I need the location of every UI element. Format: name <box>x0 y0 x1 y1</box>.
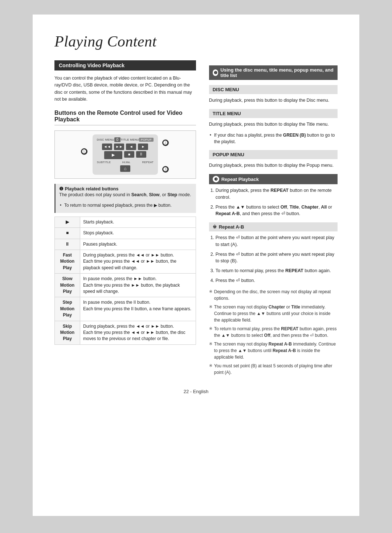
repeat-label: REPEAT <box>142 161 153 164</box>
section3-header: ❸ Repeat Playback <box>209 174 338 184</box>
repeat-ab-step-3: To return to normal play, press the REPE… <box>216 267 338 274</box>
title-menu-bullet: If your disc has a playlist, press the G… <box>209 132 338 145</box>
section3-title: Repeat Playback <box>221 177 259 182</box>
title-menu-header: TITLE MENU <box>209 109 338 118</box>
page-footer: 22 - English <box>54 389 338 394</box>
table-val-skip: During playback, press the ◄◄ or ►► butt… <box>80 321 196 344</box>
table-val-pause: Pauses playback. <box>80 239 196 250</box>
notes-section: Depending on the disc, the screen may no… <box>209 288 338 376</box>
remote-image: DISC MENU 0 TITLE MENU POPUP ◄◄ ►► ◄ ► <box>93 134 158 175</box>
table-key-step: StepMotionPlay <box>55 297 80 321</box>
table-val-fast: During playback, press the ◄◄ or ►► butt… <box>80 250 196 274</box>
playback-info-box: ❶ Playback related buttons The product d… <box>54 184 196 213</box>
playback-info-title: ❶ Playback related buttons <box>59 186 192 191</box>
table-row: II Pauses playback. <box>55 239 196 250</box>
table-key-pause: II <box>55 239 80 250</box>
zero-btn: 0 <box>114 137 121 142</box>
rew-btn[interactable]: ◄◄ <box>102 144 112 150</box>
playback-table: ▶ Starts playback. ■ Stops playback. II … <box>54 217 196 345</box>
table-val-stop: Stops playback. <box>80 228 196 239</box>
home-btn[interactable]: ⌂ <box>120 165 130 172</box>
table-row-slow: SlowMotionPlay In pause mode, press the … <box>55 274 196 297</box>
table-key-fast: FastMotionPlay <box>55 250 80 274</box>
callout-3: ❸ <box>162 166 169 173</box>
play-stop-row: ▶ ■ II <box>97 151 154 159</box>
repeat-ab-header: ※ Repeat A-B <box>209 222 338 231</box>
popup-menu-text: During playback, press this button to di… <box>209 162 338 169</box>
table-row-step: StepMotionPlay In pause mode, press the … <box>55 297 196 321</box>
note-1: Depending on the disc, the screen may no… <box>209 288 338 302</box>
table-key-stop: ■ <box>55 228 80 239</box>
repeat-steps-list: During playback, press the REPEAT button… <box>209 187 338 217</box>
next-btn[interactable]: ► <box>138 144 148 150</box>
note-2: The screen may not display Chapter or Ti… <box>209 304 338 323</box>
repeat-step-1: During playback, press the REPEAT button… <box>216 187 338 201</box>
note-3: To return to normal play, press the REPE… <box>209 326 338 339</box>
callout-1: ❶ <box>81 148 87 155</box>
fwd-btn[interactable]: ►► <box>114 144 124 150</box>
page-title: Playing Content <box>54 33 338 50</box>
table-val-step: In pause mode, press the II button.Each … <box>80 297 196 321</box>
pause-btn[interactable]: II <box>136 151 146 158</box>
callout-2: ❷ <box>162 140 169 146</box>
popup-menu-header: POPUP MENU <box>209 150 338 159</box>
buttons-title: Buttons on the Remote Control used for V… <box>54 110 196 125</box>
table-val-slow: In pause mode, press the ►► button.Each … <box>80 274 196 297</box>
playback-bullet: To return to normal speed playback, pres… <box>59 202 192 209</box>
table-key-skip: SkipMotionPlay <box>55 321 80 344</box>
home-btn-row: ⌂ <box>97 165 154 172</box>
note-4: The screen may not display Repeat A-B im… <box>209 341 338 360</box>
table-row: ▶ Starts playback. <box>55 217 196 227</box>
section2-num: ❷ <box>213 69 219 76</box>
table-row-fast: FastMotionPlay During playback, press th… <box>55 250 196 274</box>
repeat-ab-step-1: Press the ⏎ button at the point where yo… <box>216 234 338 248</box>
section2-header: ❷ Using the disc menu, title menu, popup… <box>209 65 338 80</box>
table-row-skip: SkipMotionPlay During playback, press th… <box>55 321 196 344</box>
title-menu-text: During playback, press this button to di… <box>209 121 338 128</box>
repeat-ab-step-2: Press the ⏎ button at the point where yo… <box>216 251 338 265</box>
page-container: Playing Content Controlling Video Playba… <box>33 15 359 516</box>
playback-info-text: The product does not play sound in Searc… <box>59 191 192 198</box>
right-column: ❷ Using the disc menu, title menu, popup… <box>209 60 338 378</box>
popup-label: POPUP <box>139 138 154 142</box>
subtitle-label: SUBTITLE <box>97 161 111 164</box>
prev-btn[interactable]: ◄ <box>126 144 136 150</box>
repeat-ab-title: Repeat A-B <box>219 224 244 230</box>
table-key-slow: SlowMotionPlay <box>55 274 80 297</box>
table-val-play: Starts playback. <box>80 217 196 227</box>
remote-diagram: ❶ ❷ ❸ DISC MENU 0 TITLE MENU POPUP <box>54 130 196 179</box>
repeat-ab-steps-list: Press the ⏎ button at the point where yo… <box>209 234 338 284</box>
disc-menu-text: During playback, press this button to di… <box>209 97 338 104</box>
repeat-ab-step-4: Press the ⏎ button. <box>216 277 338 284</box>
stop-btn[interactable]: ■ <box>124 151 134 158</box>
section3-num: ❸ <box>213 176 219 182</box>
disc-menu-label: DISC MENU <box>97 138 114 141</box>
note-5: You must set point (B) at least 5 second… <box>209 363 338 376</box>
left-column: Controlling Video Playback You can contr… <box>54 60 196 378</box>
table-key-play: ▶ <box>55 217 80 227</box>
table-row: ■ Stops playback. <box>55 228 196 239</box>
repeat-step-2: Press the ▲▼ buttons to select Off, Titl… <box>216 204 338 218</box>
title-menu-label: TITLE MENU <box>121 138 139 141</box>
nav-btn-row: ◄◄ ►► ◄ ► <box>97 144 154 150</box>
repeat-ab-icon: ※ <box>213 224 217 230</box>
intro-text: You can control the playback of video co… <box>54 75 196 103</box>
himi-label: Hi.Me. <box>122 161 131 164</box>
section-header-controlling: Controlling Video Playback <box>54 60 196 70</box>
subtitle-row: SUBTITLE Hi.Me. REPEAT <box>97 161 154 164</box>
play-btn[interactable]: ▶ <box>104 151 122 159</box>
disc-menu-header: DISC MENU <box>209 85 338 94</box>
section2-title: Using the disc menu, title menu, popup m… <box>220 67 334 78</box>
